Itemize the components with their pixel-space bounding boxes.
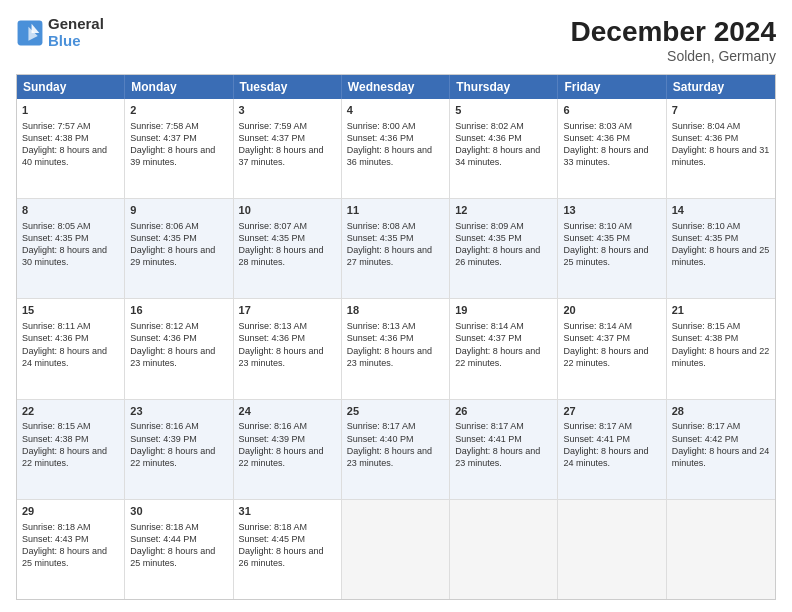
header-cell-sunday: Sunday [17, 75, 125, 99]
daylight-text: Daylight: 8 hours and 23 minutes. [347, 345, 444, 369]
calendar-cell: 4Sunrise: 8:00 AMSunset: 4:36 PMDaylight… [342, 99, 450, 198]
daylight-text: Daylight: 8 hours and 22 minutes. [239, 445, 336, 469]
day-number: 20 [563, 303, 660, 318]
sunset-text: Sunset: 4:37 PM [455, 332, 552, 344]
sunrise-text: Sunrise: 8:10 AM [672, 220, 770, 232]
calendar-cell: 18Sunrise: 8:13 AMSunset: 4:36 PMDayligh… [342, 299, 450, 398]
daylight-text: Daylight: 8 hours and 34 minutes. [455, 144, 552, 168]
logo: General Blue [16, 16, 104, 49]
calendar-cell [667, 500, 775, 599]
sunrise-text: Sunrise: 8:14 AM [563, 320, 660, 332]
daylight-text: Daylight: 8 hours and 25 minutes. [22, 545, 119, 569]
sunrise-text: Sunrise: 8:11 AM [22, 320, 119, 332]
daylight-text: Daylight: 8 hours and 31 minutes. [672, 144, 770, 168]
calendar-row: 8Sunrise: 8:05 AMSunset: 4:35 PMDaylight… [17, 199, 775, 299]
calendar-cell: 1Sunrise: 7:57 AMSunset: 4:38 PMDaylight… [17, 99, 125, 198]
sunrise-text: Sunrise: 8:09 AM [455, 220, 552, 232]
header-cell-thursday: Thursday [450, 75, 558, 99]
calendar-cell: 30Sunrise: 8:18 AMSunset: 4:44 PMDayligh… [125, 500, 233, 599]
sunrise-text: Sunrise: 8:17 AM [455, 420, 552, 432]
sunset-text: Sunset: 4:39 PM [239, 433, 336, 445]
calendar-cell: 13Sunrise: 8:10 AMSunset: 4:35 PMDayligh… [558, 199, 666, 298]
sunrise-text: Sunrise: 8:08 AM [347, 220, 444, 232]
calendar-cell [342, 500, 450, 599]
day-number: 31 [239, 504, 336, 519]
sunrise-text: Sunrise: 8:06 AM [130, 220, 227, 232]
sunset-text: Sunset: 4:43 PM [22, 533, 119, 545]
sunset-text: Sunset: 4:41 PM [455, 433, 552, 445]
header-cell-tuesday: Tuesday [234, 75, 342, 99]
calendar-cell: 12Sunrise: 8:09 AMSunset: 4:35 PMDayligh… [450, 199, 558, 298]
sunset-text: Sunset: 4:35 PM [239, 232, 336, 244]
daylight-text: Daylight: 8 hours and 24 minutes. [22, 345, 119, 369]
sunset-text: Sunset: 4:38 PM [22, 433, 119, 445]
sunset-text: Sunset: 4:38 PM [672, 332, 770, 344]
page: General Blue December 2024 Solden, Germa… [0, 0, 792, 612]
calendar-cell: 10Sunrise: 8:07 AMSunset: 4:35 PMDayligh… [234, 199, 342, 298]
daylight-text: Daylight: 8 hours and 24 minutes. [563, 445, 660, 469]
day-number: 30 [130, 504, 227, 519]
calendar-cell [450, 500, 558, 599]
day-number: 12 [455, 203, 552, 218]
daylight-text: Daylight: 8 hours and 25 minutes. [563, 244, 660, 268]
calendar-cell: 31Sunrise: 8:18 AMSunset: 4:45 PMDayligh… [234, 500, 342, 599]
daylight-text: Daylight: 8 hours and 22 minutes. [455, 345, 552, 369]
header-cell-saturday: Saturday [667, 75, 775, 99]
daylight-text: Daylight: 8 hours and 29 minutes. [130, 244, 227, 268]
sunset-text: Sunset: 4:39 PM [130, 433, 227, 445]
daylight-text: Daylight: 8 hours and 22 minutes. [22, 445, 119, 469]
daylight-text: Daylight: 8 hours and 33 minutes. [563, 144, 660, 168]
calendar-cell: 28Sunrise: 8:17 AMSunset: 4:42 PMDayligh… [667, 400, 775, 499]
calendar-cell [558, 500, 666, 599]
calendar-cell: 14Sunrise: 8:10 AMSunset: 4:35 PMDayligh… [667, 199, 775, 298]
sunrise-text: Sunrise: 8:13 AM [239, 320, 336, 332]
sunrise-text: Sunrise: 8:18 AM [239, 521, 336, 533]
calendar-row: 29Sunrise: 8:18 AMSunset: 4:43 PMDayligh… [17, 500, 775, 599]
sunset-text: Sunset: 4:35 PM [672, 232, 770, 244]
day-number: 7 [672, 103, 770, 118]
sunset-text: Sunset: 4:44 PM [130, 533, 227, 545]
calendar-cell: 22Sunrise: 8:15 AMSunset: 4:38 PMDayligh… [17, 400, 125, 499]
sunrise-text: Sunrise: 8:16 AM [239, 420, 336, 432]
day-number: 9 [130, 203, 227, 218]
calendar-row: 1Sunrise: 7:57 AMSunset: 4:38 PMDaylight… [17, 99, 775, 199]
calendar-header: SundayMondayTuesdayWednesdayThursdayFrid… [17, 75, 775, 99]
day-number: 18 [347, 303, 444, 318]
calendar-cell: 23Sunrise: 8:16 AMSunset: 4:39 PMDayligh… [125, 400, 233, 499]
sunrise-text: Sunrise: 8:02 AM [455, 120, 552, 132]
sunset-text: Sunset: 4:37 PM [239, 132, 336, 144]
daylight-text: Daylight: 8 hours and 26 minutes. [239, 545, 336, 569]
sunset-text: Sunset: 4:36 PM [347, 132, 444, 144]
calendar-cell: 21Sunrise: 8:15 AMSunset: 4:38 PMDayligh… [667, 299, 775, 398]
daylight-text: Daylight: 8 hours and 23 minutes. [239, 345, 336, 369]
sunset-text: Sunset: 4:35 PM [130, 232, 227, 244]
calendar-cell: 20Sunrise: 8:14 AMSunset: 4:37 PMDayligh… [558, 299, 666, 398]
calendar-cell: 15Sunrise: 8:11 AMSunset: 4:36 PMDayligh… [17, 299, 125, 398]
sunset-text: Sunset: 4:35 PM [563, 232, 660, 244]
sunrise-text: Sunrise: 8:00 AM [347, 120, 444, 132]
day-number: 3 [239, 103, 336, 118]
daylight-text: Daylight: 8 hours and 25 minutes. [130, 545, 227, 569]
day-number: 8 [22, 203, 119, 218]
sunrise-text: Sunrise: 8:14 AM [455, 320, 552, 332]
sunrise-text: Sunrise: 8:18 AM [22, 521, 119, 533]
sunrise-text: Sunrise: 8:13 AM [347, 320, 444, 332]
sunset-text: Sunset: 4:35 PM [455, 232, 552, 244]
day-number: 10 [239, 203, 336, 218]
main-title: December 2024 [571, 16, 776, 48]
day-number: 5 [455, 103, 552, 118]
daylight-text: Daylight: 8 hours and 39 minutes. [130, 144, 227, 168]
calendar-body: 1Sunrise: 7:57 AMSunset: 4:38 PMDaylight… [17, 99, 775, 599]
header-cell-friday: Friday [558, 75, 666, 99]
sunrise-text: Sunrise: 7:58 AM [130, 120, 227, 132]
sunset-text: Sunset: 4:36 PM [347, 332, 444, 344]
logo-text: General Blue [48, 16, 104, 49]
sunrise-text: Sunrise: 8:12 AM [130, 320, 227, 332]
calendar-cell: 7Sunrise: 8:04 AMSunset: 4:36 PMDaylight… [667, 99, 775, 198]
daylight-text: Daylight: 8 hours and 22 minutes. [672, 345, 770, 369]
calendar-cell: 8Sunrise: 8:05 AMSunset: 4:35 PMDaylight… [17, 199, 125, 298]
daylight-text: Daylight: 8 hours and 30 minutes. [22, 244, 119, 268]
sunset-text: Sunset: 4:36 PM [130, 332, 227, 344]
daylight-text: Daylight: 8 hours and 27 minutes. [347, 244, 444, 268]
calendar-cell: 11Sunrise: 8:08 AMSunset: 4:35 PMDayligh… [342, 199, 450, 298]
